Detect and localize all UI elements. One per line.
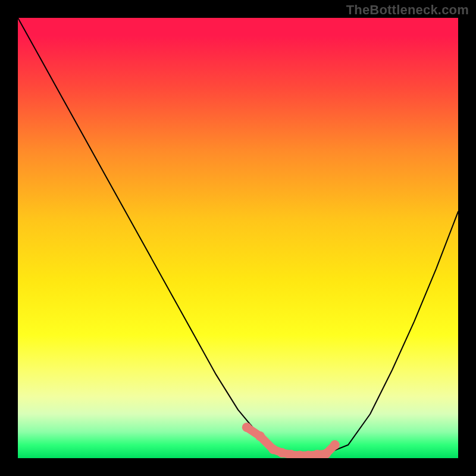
- svg-point-7: [312, 450, 322, 458]
- plot-area: [18, 18, 458, 458]
- bottleneck-curve: [18, 18, 458, 458]
- svg-point-6: [303, 451, 313, 458]
- svg-point-0: [242, 422, 252, 432]
- svg-point-5: [295, 451, 305, 458]
- svg-point-1: [255, 431, 265, 441]
- optimal-range-highlight: [18, 18, 458, 458]
- chart-container: TheBottleneck.com: [0, 0, 476, 476]
- svg-point-3: [277, 448, 287, 458]
- svg-point-4: [286, 450, 296, 458]
- svg-point-9: [330, 440, 340, 450]
- watermark-text: TheBottleneck.com: [346, 2, 469, 18]
- svg-point-8: [321, 449, 331, 458]
- svg-point-2: [268, 444, 278, 454]
